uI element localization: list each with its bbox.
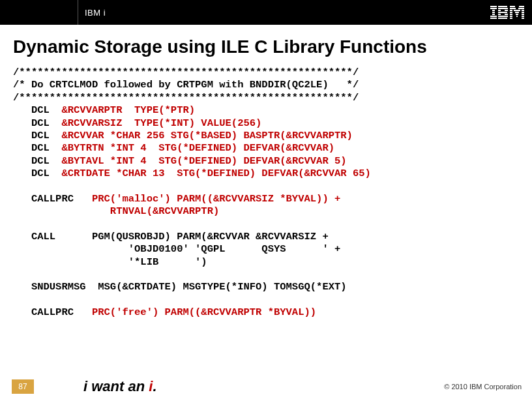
svg-rect-12 [498,14,501,15]
svg-rect-18 [510,8,516,9]
ibm-logo-icon [490,6,524,19]
code-line: CALLPRC [13,193,92,205]
code-line: DCL [13,117,61,129]
code-highlight: &CRTDATE *CHAR 13 STG(*DEFINED) DEFVAR(&… [61,168,370,179]
svg-rect-19 [518,8,524,9]
code-highlight: &RCVVARPTR TYPE(*PTR) [61,104,195,116]
svg-rect-30 [516,16,518,17]
svg-rect-13 [505,14,508,15]
code-line: '*LIB ') [13,256,207,268]
svg-rect-11 [498,12,507,13]
footer-bar: 87 i want an i. © 2010 IBM Corporation [0,374,532,399]
header-spacer [0,0,78,25]
copyright: © 2010 IBM Corporation [444,383,522,391]
svg-rect-28 [522,14,524,15]
svg-rect-25 [522,12,524,13]
code-line: CALLPRC [13,306,92,318]
code-line: DCL [13,130,61,141]
svg-rect-21 [514,10,520,11]
code-line: DCL [13,104,61,116]
svg-rect-3 [492,12,495,13]
code-line: DCL [13,168,61,179]
svg-rect-10 [505,10,508,11]
slide-number: 87 [12,379,34,394]
svg-rect-16 [510,6,515,7]
code-line: 'OBJD0100' 'QGPL QSYS ' + [13,243,340,255]
code-line: DCL [13,142,61,154]
code-block: /***************************************… [0,66,532,319]
header-bar: IBM i [0,0,532,25]
slide-title: Dynamic Storage using ILE C Library Func… [0,25,532,66]
svg-rect-9 [498,10,501,11]
code-line: CALL PGM(QUSROBJD) PARM(&RCVVAR &RCVVARS… [13,231,329,243]
tagline-prefix: i want an [83,378,149,394]
svg-rect-24 [515,12,519,13]
code-highlight: PRC('malloc') PARM((&RCVVARSIZ *BYVAL)) … [92,193,340,205]
svg-rect-33 [522,18,524,19]
svg-rect-2 [492,10,495,11]
code-highlight: PRC('free') PARM((&RCVVARPTR *BYVAL)) [92,306,316,318]
svg-rect-31 [522,16,524,17]
svg-rect-8 [498,8,508,9]
svg-rect-5 [490,16,497,17]
code-line: /***************************************… [13,92,359,104]
svg-rect-29 [510,16,512,17]
svg-rect-20 [510,10,512,11]
header-left: IBM i [0,0,106,25]
code-line: /***************************************… [13,66,359,78]
svg-rect-22 [522,10,524,11]
svg-rect-0 [490,6,497,7]
code-line: /* Do CRTCLMOD followed by CRTPGM with B… [13,79,359,91]
header-product: IBM i [78,8,106,18]
svg-rect-17 [519,6,524,7]
svg-rect-27 [516,14,518,15]
code-highlight: &RCVVAR *CHAR 256 STG(*BASED) BASPTR(&RC… [61,130,352,141]
svg-rect-1 [490,8,497,9]
code-line: DCL [13,155,61,167]
code-highlight: &BYTAVL *INT 4 STG(*DEFINED) DEFVAR(&RCV… [61,155,346,167]
code-highlight: &RCVVARSIZ TYPE(*INT) VALUE(256) [61,117,261,129]
tagline-suffix: . [153,378,156,394]
code-highlight: &BYTRTN *INT 4 STG(*DEFINED) DEFVAR(&RCV… [61,142,334,154]
svg-rect-4 [492,14,495,15]
code-line: SNDUSRMSG MSG(&CRTDATE) MSGTYPE(*INFO) T… [13,281,347,293]
svg-rect-23 [510,12,512,13]
tagline: i want an i. [83,378,157,395]
svg-rect-7 [498,6,507,7]
svg-rect-14 [498,16,508,17]
svg-rect-26 [510,14,512,15]
svg-rect-32 [510,18,512,19]
svg-rect-15 [498,18,507,19]
svg-rect-6 [490,18,497,19]
code-highlight: RTNVAL(&RCVVARPTR) [13,205,219,217]
